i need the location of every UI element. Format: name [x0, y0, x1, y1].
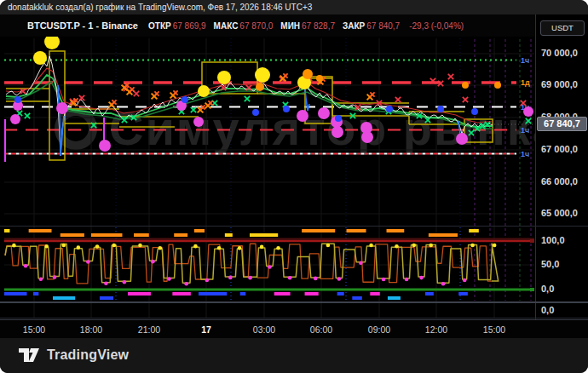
- blue-signal-dot: [437, 106, 444, 112]
- x-signal-icon: [154, 91, 159, 95]
- orange-signal-dot: [462, 82, 469, 89]
- ohlc-open-value: 67 869,9: [173, 21, 206, 31]
- time-tick: 06:00: [310, 324, 332, 335]
- magenta-signal-dot: [318, 107, 330, 119]
- x-signal-icon: [469, 130, 474, 135]
- price-change: -29,3 (-0,04%): [409, 21, 464, 31]
- blue-signal-dot: [14, 96, 21, 103]
- chart-canvas[interactable]: 1ч1д1ч1ч1ч: [0, 37, 535, 319]
- x-signal-icon: [79, 95, 84, 100]
- blue-signal-dot: [335, 115, 342, 122]
- tradingview-logo[interactable]: TradingView: [18, 347, 129, 363]
- session-lines: [116, 38, 531, 301]
- time-tick: 15:00: [23, 324, 45, 335]
- indicator-tick: 100,0: [541, 235, 565, 245]
- x-signal-icon: [134, 91, 139, 96]
- x-signal-icon: [283, 73, 287, 77]
- chart-svg[interactable]: 1ч1д1ч1ч1ч: [0, 37, 535, 319]
- ohlc-open-label: ОТКР: [148, 21, 171, 31]
- price-tick: 66 000,0: [541, 176, 578, 186]
- yellow-signal-dot: [255, 67, 270, 83]
- magenta-signal-dot: [331, 126, 343, 138]
- time-tick: 15:00: [483, 324, 505, 335]
- x-signal-icon: [395, 97, 401, 102]
- ohlc-close: ЗАКР 67 840,7: [343, 21, 400, 31]
- time-tick: 21:00: [138, 324, 160, 335]
- orange-signal-dot: [303, 69, 313, 79]
- attribution-text: donatakkluk создал(а) график на TradingV…: [8, 3, 312, 12]
- x-signal-icon: [463, 97, 468, 102]
- yellow-signal-dot: [217, 71, 231, 84]
- last-price-label[interactable]: 67 840,7: [537, 117, 587, 131]
- ohlc-close-label: ЗАКР: [343, 21, 365, 31]
- indicator-tick: 50,0: [541, 259, 559, 269]
- blue-signal-dot: [283, 106, 290, 112]
- price-tick: 70 000,0: [541, 48, 578, 58]
- x-signal-icon: [208, 100, 212, 105]
- magenta-signal-dot: [56, 102, 68, 114]
- time-tick: 18:00: [80, 324, 102, 335]
- x-signal-icon: [370, 92, 374, 96]
- price-tick: 67 000,0: [541, 144, 578, 154]
- magenta-signal-dot: [10, 114, 20, 124]
- time-tick: 17: [201, 324, 211, 335]
- time-axis[interactable]: 15:0018:0021:001703:0006:0009:0012:0015:…: [0, 319, 588, 338]
- symbol-title[interactable]: BTCUSDT.P - 1 - Binance: [27, 20, 138, 31]
- magenta-signal-dot: [456, 133, 468, 145]
- price-axis[interactable]: USDT 67 840,7 70 000,069 000,068 000,067…: [535, 14, 588, 319]
- panel-separator-3: [0, 318, 588, 318]
- x-signal-icon: [112, 100, 116, 104]
- blue-signal-dot: [252, 109, 259, 116]
- blue-signal-dot: [386, 106, 393, 112]
- magenta-signal-dot: [99, 140, 111, 152]
- magenta-signal-dot: [523, 106, 533, 117]
- ohlc-low: МИН 67 828,7: [280, 21, 335, 31]
- yellow-signal-dot: [33, 51, 47, 65]
- yellow-signal-dot: [44, 37, 60, 49]
- time-tick: 09:00: [368, 324, 390, 335]
- currency-unit-button[interactable]: USDT: [540, 20, 585, 36]
- panel2-tick: 0,0: [541, 305, 554, 315]
- symbol-ohlc-bar: BTCUSDT.P - 1 - Binance ОТКР 67 869,9 МА…: [0, 14, 535, 37]
- price-tick: 65 000,0: [541, 208, 578, 218]
- x-signal-icon: [448, 74, 453, 79]
- ohlc-high-value: 67 870,0: [239, 21, 273, 31]
- ohlc-low-label: МИН: [280, 21, 300, 31]
- blue-signal-dot: [471, 108, 478, 115]
- ohlc-low-value: 67 828,7: [302, 21, 335, 31]
- level-timeframe-tag: 1д: [521, 78, 530, 87]
- blue-signal-dot: [182, 96, 188, 103]
- ohlc-high-label: МАКС: [214, 21, 239, 31]
- level-timeframe-tag: 1ч: [521, 126, 529, 135]
- ohlc-open: ОТКР 67 869,9: [148, 21, 206, 31]
- tradingview-logo-text: TradingView: [47, 347, 129, 363]
- price-tick: 69 000,0: [541, 79, 578, 89]
- ohlc-high: МАКС 67 870,0: [214, 21, 274, 31]
- magenta-signal-dot: [193, 117, 204, 127]
- attribution-bar: donatakkluk создал(а) график на TradingV…: [0, 0, 588, 14]
- x-signal-icon: [526, 118, 531, 123]
- magenta-signal-dot: [361, 131, 373, 143]
- magenta-signal-dot: [297, 110, 308, 122]
- x-signal-icon: [245, 96, 250, 101]
- tradingview-chart-widget: donatakkluk создал(а) график на TradingV…: [0, 0, 588, 373]
- panel-separator-1: [0, 226, 588, 227]
- orange-signal-dot: [316, 75, 323, 82]
- indicator-tick: 0,0: [541, 284, 554, 294]
- tradingview-logo-icon: [18, 347, 40, 363]
- panel-separator-2[interactable]: [0, 301, 588, 303]
- time-tick: 03:00: [253, 324, 275, 335]
- orange-signal-dot: [494, 82, 501, 89]
- level-timeframe-tag: 1ч: [521, 150, 529, 158]
- level-timeframe-tag: 1ч: [521, 56, 529, 65]
- x-signal-icon: [191, 107, 196, 112]
- orange-signal-dot: [256, 83, 264, 91]
- ohlc-close-value: 67 840,7: [366, 21, 400, 31]
- yellow-signal-dot: [198, 85, 210, 97]
- x-signal-icon: [130, 87, 134, 91]
- footer-bar: TradingView: [0, 338, 588, 373]
- x-signal-icon: [173, 90, 177, 95]
- time-tick: 12:00: [425, 324, 447, 335]
- gridlines: [4, 38, 534, 318]
